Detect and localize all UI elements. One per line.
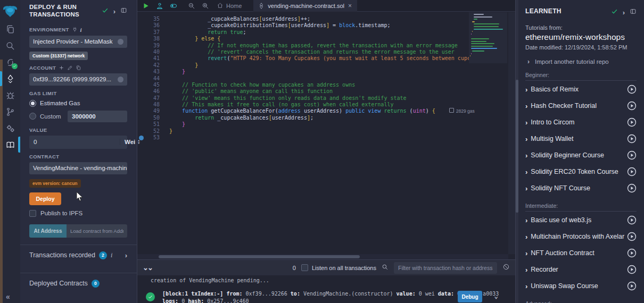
line-number[interactable]: 45	[145, 82, 160, 88]
line-number[interactable]: 40	[145, 49, 160, 55]
solidity-compiler-icon[interactable]	[0, 56, 20, 68]
custom-gas-input[interactable]	[68, 111, 127, 122]
line-number[interactable]: 49	[145, 108, 160, 114]
scrollbar-thumb[interactable]	[159, 255, 360, 258]
transaction-filter-input[interactable]	[394, 262, 497, 274]
line-number[interactable]: 35	[145, 16, 160, 22]
line-number[interactable]: 38	[145, 36, 160, 42]
info-icon[interactable]: i	[80, 27, 82, 33]
clear-console-icon[interactable]	[502, 263, 510, 273]
git-icon[interactable]	[0, 106, 20, 117]
line-number[interactable]: 37	[145, 29, 160, 36]
debug-button[interactable]: Debug	[458, 291, 482, 302]
horizontal-scrollbar[interactable]	[137, 254, 508, 259]
environment-select[interactable]: Injected Provider - MetaMask	[29, 36, 127, 48]
estimated-gas-radio[interactable]	[29, 100, 36, 107]
terminal-expand-icon[interactable]: ⌄⌄	[143, 264, 152, 272]
ai-toggle-icon[interactable]	[168, 1, 179, 11]
collapse-sidebar-icon[interactable]: «	[6, 292, 10, 301]
panel-next-icon[interactable]: ›	[623, 9, 625, 16]
scrollbar-thumb[interactable]	[516, 80, 518, 213]
value-input[interactable]	[29, 139, 120, 145]
panel-next-icon[interactable]: ›	[113, 8, 115, 15]
play-tutorial-icon[interactable]	[627, 150, 637, 160]
import-tutorial-repo[interactable]: › Import another tutorial repo	[525, 58, 637, 65]
play-tutorial-icon[interactable]	[627, 101, 637, 111]
terminal-log[interactable]: creation of VendingMachine pending... [b…	[137, 275, 515, 303]
play-tutorial-icon[interactable]	[627, 134, 637, 144]
debugger-icon[interactable]	[0, 89, 20, 101]
ai-assistant-icon[interactable]	[154, 1, 166, 11]
panel-pin-icon[interactable]	[120, 6, 127, 16]
deploy-button[interactable]: Deploy	[29, 192, 61, 205]
tutorial-item[interactable]: ›Uniswap Swap Course	[525, 277, 637, 294]
account-copy-icon[interactable]	[118, 77, 123, 82]
home-tab-button[interactable]: Home	[217, 2, 242, 9]
tutorial-item[interactable]: ›Multisig Wallet	[525, 130, 637, 147]
line-number[interactable]: 39	[145, 43, 160, 49]
line-number[interactable]: 52	[145, 128, 160, 134]
line-number[interactable]: 36	[145, 22, 160, 29]
tutorial-item[interactable]: ›Multichain Protocols with Axelar	[525, 228, 637, 245]
publish-ipfs-checkbox[interactable]	[29, 210, 36, 217]
play-tutorial-icon[interactable]	[627, 232, 637, 241]
line-number[interactable]: 47	[145, 95, 160, 102]
line-number[interactable]: 50	[145, 115, 160, 121]
line-number[interactable]: 44	[145, 75, 160, 82]
tutorial-item[interactable]: ›Basic use of web3.js	[525, 212, 637, 228]
close-tab-icon[interactable]: ×	[348, 2, 352, 10]
minimap[interactable]	[469, 12, 507, 63]
line-number[interactable]: 51	[145, 121, 160, 128]
tutorial-item[interactable]: ›Solidity NFT Course	[525, 180, 637, 196]
line-number[interactable]: 43	[145, 69, 160, 75]
tutorial-item-label: Solidity Beginner Course	[531, 152, 604, 159]
zoom-in-icon[interactable]	[200, 1, 211, 11]
line-number[interactable]: 53	[145, 134, 160, 141]
line-number[interactable]: 46	[145, 88, 160, 95]
at-address-input[interactable]	[67, 224, 127, 238]
account-select[interactable]: 0xf39...92266 (9999.99929...	[29, 73, 127, 86]
tutorial-item[interactable]: ›Intro to Circom	[525, 114, 637, 130]
play-tutorial-icon[interactable]	[627, 215, 637, 225]
chevron-right-icon[interactable]: ›	[125, 251, 127, 259]
environment-settings-icon[interactable]	[118, 39, 123, 45]
tutorial-item[interactable]: ›NFT Auction Contract	[525, 245, 637, 261]
plugin-manager-icon[interactable]	[0, 122, 20, 134]
remix-logo-icon[interactable]	[2, 3, 18, 19]
search-icon[interactable]	[0, 40, 20, 52]
custom-gas-radio[interactable]	[29, 113, 36, 120]
tutorial-item[interactable]: ›Solidity Beginner Course	[525, 147, 637, 163]
at-address-button[interactable]: At Address	[29, 224, 67, 238]
play-tutorial-icon[interactable]	[627, 85, 637, 94]
contract-select[interactable]: VendingMachine - vending-machin ▴▾	[29, 162, 127, 174]
play-tutorial-icon[interactable]	[627, 117, 637, 127]
line-number[interactable]: 48	[145, 102, 160, 108]
tab-vending-machine-contract[interactable]: vending-machine-contract.sol ×	[253, 0, 357, 12]
play-tutorial-icon[interactable]	[627, 265, 637, 274]
tutorial-item[interactable]: ›Recorder	[525, 261, 637, 277]
unit-stepper-icon[interactable]: ▴▾	[138, 139, 139, 145]
tutorial-item[interactable]: ›Solidity ERC20 Token Course	[525, 163, 637, 180]
play-tutorial-icon[interactable]	[627, 281, 637, 291]
transaction-log-row[interactable]: [block:1 txIndex:-] from: 0xf39...92266 …	[146, 289, 510, 303]
listen-transactions-checkbox[interactable]	[301, 264, 308, 271]
line-number[interactable]: 42	[145, 62, 160, 69]
play-tutorial-icon[interactable]	[627, 183, 637, 193]
play-tutorial-icon[interactable]	[627, 167, 637, 176]
file-explorer-icon[interactable]	[0, 23, 20, 35]
tutorial-item[interactable]: ›Basics of Remix	[525, 81, 637, 97]
panel-pin-icon[interactable]	[630, 7, 637, 17]
learneth-scrollbar[interactable]	[516, 0, 518, 303]
line-number[interactable]: 41	[145, 55, 160, 62]
expand-log-icon[interactable]: ⌄	[494, 292, 498, 300]
deploy-run-icon[interactable]	[0, 73, 20, 85]
zoom-out-icon[interactable]	[186, 1, 197, 11]
info-icon[interactable]: i	[111, 251, 112, 259]
play-tutorial-icon[interactable]	[627, 248, 637, 258]
learneth-plugin-icon[interactable]	[0, 139, 20, 150]
tutorial-item[interactable]: ›Hash Checker Tutorial	[525, 97, 637, 114]
code-editor[interactable]: 35 _cupcakeBalances[userAddress]++;36 _c…	[137, 12, 515, 254]
transactions-recorded-row[interactable]: Transactions recorded 2 i ›	[29, 245, 127, 266]
run-script-icon[interactable]	[140, 1, 152, 11]
value-unit-select[interactable]: Wei ▴▾	[120, 139, 144, 145]
